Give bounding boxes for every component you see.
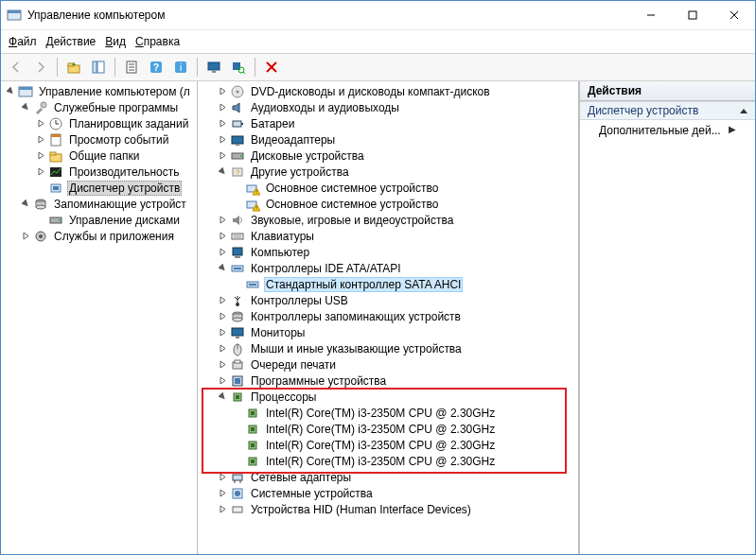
collapse-icon[interactable] bbox=[215, 261, 230, 276]
device-item[interactable]: Intel(R) Core(TM) i3-2350M CPU @ 2.30GHz bbox=[200, 421, 578, 437]
collapse-icon[interactable] bbox=[18, 100, 33, 115]
monitor-icon bbox=[230, 325, 245, 340]
expand-icon[interactable] bbox=[215, 132, 230, 147]
device-label: Основное системное устройство bbox=[264, 198, 440, 211]
device-label: Компьютер bbox=[249, 246, 311, 259]
device-item[interactable]: Intel(R) Core(TM) i3-2350M CPU @ 2.30GHz bbox=[200, 453, 578, 469]
battery-icon bbox=[230, 116, 245, 131]
expand-icon[interactable] bbox=[215, 341, 230, 356]
other-icon: ? bbox=[230, 165, 245, 180]
tree-item-services-apps[interactable]: Службы и приложения bbox=[3, 228, 197, 244]
device-item[interactable]: Мониторы bbox=[200, 324, 578, 340]
device-item[interactable]: Intel(R) Core(TM) i3-2350M CPU @ 2.30GHz bbox=[200, 405, 578, 421]
tree-item-services-1[interactable]: Просмотр событий bbox=[3, 131, 197, 147]
menu-action[interactable]: Действие bbox=[46, 35, 97, 48]
expand-icon[interactable] bbox=[215, 100, 230, 115]
tree-item-storage-0[interactable]: Управление дисками bbox=[3, 212, 197, 228]
content-area: Управление компьютером (лСлужебные прогр… bbox=[1, 81, 755, 554]
tree-item-services-root[interactable]: Служебные программы bbox=[3, 99, 197, 115]
console-tree[interactable]: Управление компьютером (лСлужебные прогр… bbox=[1, 81, 198, 554]
toolbar-scan[interactable] bbox=[227, 56, 250, 78]
svg-rect-47 bbox=[233, 121, 241, 127]
expand-icon[interactable] bbox=[215, 148, 230, 164]
expand-icon[interactable] bbox=[215, 309, 230, 324]
toolbar-showhide[interactable] bbox=[87, 56, 110, 78]
actions-more[interactable]: Дополнительные дей... ▶ bbox=[580, 120, 755, 141]
expand-icon[interactable] bbox=[215, 229, 230, 244]
device-item[interactable]: Стандартный контроллер SATA AHCI bbox=[200, 276, 578, 292]
expand-icon[interactable] bbox=[215, 486, 230, 501]
expand-icon[interactable] bbox=[215, 325, 230, 340]
actions-group-label: Диспетчер устройств bbox=[588, 104, 698, 117]
expand-icon[interactable] bbox=[215, 116, 230, 131]
tree-item-storage-root[interactable]: Запоминающие устройст bbox=[3, 196, 197, 212]
device-item[interactable]: Видеоадаптеры bbox=[200, 131, 578, 147]
device-item[interactable]: Аудиовходы и аудиовыходы bbox=[200, 99, 578, 115]
tree-item-console-root[interactable]: Управление компьютером (л bbox=[3, 83, 197, 99]
device-item[interactable]: !Основное системное устройство bbox=[200, 196, 578, 212]
menu-help[interactable]: Справка bbox=[135, 35, 180, 48]
tree-label: Управление компьютером (л bbox=[37, 85, 192, 98]
toolbar-monitor[interactable] bbox=[202, 56, 225, 78]
tree-item-services-4[interactable]: Диспетчер устройств bbox=[3, 180, 197, 196]
device-item[interactable]: Сетевые адаптеры bbox=[200, 469, 578, 485]
tree-item-services-0[interactable]: Планировщик заданий bbox=[3, 115, 197, 131]
expand-icon[interactable] bbox=[33, 165, 48, 180]
device-tree[interactable]: DVD-дисководы и дисководы компакт-дисков… bbox=[198, 81, 579, 554]
toolbar-refresh[interactable]: i bbox=[169, 56, 192, 78]
device-item[interactable]: ?Другие устройства bbox=[200, 164, 578, 180]
collapse-icon[interactable] bbox=[215, 165, 230, 180]
device-item[interactable]: Мыши и иные указывающие устройства bbox=[200, 340, 578, 356]
device-item[interactable]: Процессоры bbox=[200, 389, 578, 405]
device-item[interactable]: Батареи bbox=[200, 115, 578, 131]
device-item[interactable]: Контроллеры IDE ATA/ATAPI bbox=[200, 260, 578, 276]
toolbar-properties[interactable] bbox=[120, 56, 143, 78]
device-item[interactable]: Программные устройства bbox=[200, 373, 578, 389]
device-item[interactable]: !Основное системное устройство bbox=[200, 180, 578, 196]
device-item[interactable]: Контроллеры USB bbox=[200, 292, 578, 308]
collapse-icon[interactable] bbox=[215, 390, 230, 405]
toolbar-forward[interactable] bbox=[29, 56, 52, 78]
device-item[interactable]: Устройства HID (Human Interface Devices) bbox=[200, 501, 578, 517]
menu-view[interactable]: Вид bbox=[105, 35, 126, 48]
device-item[interactable]: Системные устройства bbox=[200, 485, 578, 501]
computer-icon bbox=[230, 245, 245, 260]
expand-icon[interactable] bbox=[215, 373, 230, 389]
collapse-icon[interactable] bbox=[18, 197, 33, 212]
net-icon bbox=[230, 470, 245, 485]
device-item[interactable]: DVD-дисководы и дисководы компакт-дисков bbox=[200, 83, 578, 99]
device-item[interactable]: Очереди печати bbox=[200, 356, 578, 373]
expand-icon[interactable] bbox=[215, 357, 230, 373]
toolbar-up[interactable] bbox=[62, 56, 85, 78]
expand-icon[interactable] bbox=[215, 213, 230, 228]
expand-icon[interactable] bbox=[215, 245, 230, 260]
collapse-icon[interactable] bbox=[3, 84, 18, 99]
device-label: Сетевые адаптеры bbox=[249, 471, 353, 484]
device-item[interactable]: Intel(R) Core(TM) i3-2350M CPU @ 2.30GHz bbox=[200, 437, 578, 453]
expand-icon[interactable] bbox=[33, 148, 48, 164]
expand-icon[interactable] bbox=[215, 84, 230, 99]
device-item[interactable]: Дисковые устройства bbox=[200, 147, 578, 164]
expand-icon[interactable] bbox=[33, 132, 48, 147]
toolbar-back[interactable] bbox=[5, 56, 27, 78]
tools-icon bbox=[33, 100, 48, 115]
actions-group[interactable]: Диспетчер устройств bbox=[580, 101, 755, 120]
expand-icon[interactable] bbox=[33, 116, 48, 131]
toolbar-uninstall[interactable] bbox=[260, 56, 283, 78]
minimize-button[interactable] bbox=[630, 1, 672, 29]
expand-icon[interactable] bbox=[215, 293, 230, 308]
expand-icon[interactable] bbox=[18, 229, 33, 244]
device-item[interactable]: Контроллеры запоминающих устройств bbox=[200, 308, 578, 324]
device-label: Intel(R) Core(TM) i3-2350M CPU @ 2.30GHz bbox=[264, 455, 497, 468]
device-item[interactable]: Клавиатуры bbox=[200, 228, 578, 244]
toolbar-help[interactable]: ? bbox=[145, 56, 167, 78]
maximize-button[interactable] bbox=[672, 1, 713, 29]
close-button[interactable] bbox=[713, 1, 755, 29]
tree-item-services-3[interactable]: Производительность bbox=[3, 164, 197, 180]
device-item[interactable]: Компьютер bbox=[200, 244, 578, 260]
menu-file[interactable]: Файл bbox=[9, 35, 37, 48]
device-item[interactable]: Звуковые, игровые и видеоустройства bbox=[200, 212, 578, 228]
expand-icon[interactable] bbox=[215, 502, 230, 517]
expand-icon[interactable] bbox=[215, 470, 230, 485]
tree-item-services-2[interactable]: Общие папки bbox=[3, 147, 197, 164]
